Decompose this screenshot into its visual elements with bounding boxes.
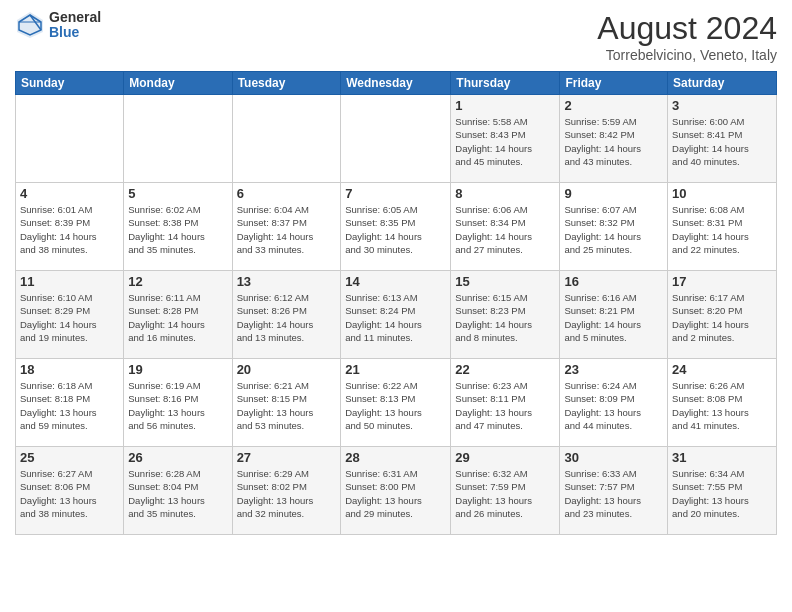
day-info: Sunrise: 6:32 AM Sunset: 7:59 PM Dayligh… — [455, 467, 555, 520]
calendar-cell: 12Sunrise: 6:11 AM Sunset: 8:28 PM Dayli… — [124, 271, 232, 359]
day-number: 30 — [564, 450, 663, 465]
page-header: General Blue August 2024 Torrebelvicino,… — [15, 10, 777, 63]
col-monday: Monday — [124, 72, 232, 95]
day-info: Sunrise: 6:08 AM Sunset: 8:31 PM Dayligh… — [672, 203, 772, 256]
day-number: 8 — [455, 186, 555, 201]
calendar-week-4: 25Sunrise: 6:27 AM Sunset: 8:06 PM Dayli… — [16, 447, 777, 535]
day-info: Sunrise: 6:01 AM Sunset: 8:39 PM Dayligh… — [20, 203, 119, 256]
day-info: Sunrise: 6:22 AM Sunset: 8:13 PM Dayligh… — [345, 379, 446, 432]
day-info: Sunrise: 6:27 AM Sunset: 8:06 PM Dayligh… — [20, 467, 119, 520]
calendar-cell: 25Sunrise: 6:27 AM Sunset: 8:06 PM Dayli… — [16, 447, 124, 535]
page-container: General Blue August 2024 Torrebelvicino,… — [0, 0, 792, 612]
day-info: Sunrise: 6:10 AM Sunset: 8:29 PM Dayligh… — [20, 291, 119, 344]
day-number: 25 — [20, 450, 119, 465]
calendar-cell — [232, 95, 341, 183]
calendar-cell: 21Sunrise: 6:22 AM Sunset: 8:13 PM Dayli… — [341, 359, 451, 447]
day-info: Sunrise: 6:00 AM Sunset: 8:41 PM Dayligh… — [672, 115, 772, 168]
day-info: Sunrise: 6:18 AM Sunset: 8:18 PM Dayligh… — [20, 379, 119, 432]
calendar-cell: 8Sunrise: 6:06 AM Sunset: 8:34 PM Daylig… — [451, 183, 560, 271]
day-info: Sunrise: 6:13 AM Sunset: 8:24 PM Dayligh… — [345, 291, 446, 344]
calendar-cell: 18Sunrise: 6:18 AM Sunset: 8:18 PM Dayli… — [16, 359, 124, 447]
col-wednesday: Wednesday — [341, 72, 451, 95]
day-info: Sunrise: 6:21 AM Sunset: 8:15 PM Dayligh… — [237, 379, 337, 432]
main-title: August 2024 — [597, 10, 777, 47]
calendar-header: Sunday Monday Tuesday Wednesday Thursday… — [16, 72, 777, 95]
logo: General Blue — [15, 10, 101, 41]
calendar-week-3: 18Sunrise: 6:18 AM Sunset: 8:18 PM Dayli… — [16, 359, 777, 447]
logo-blue: Blue — [49, 25, 101, 40]
day-info: Sunrise: 6:29 AM Sunset: 8:02 PM Dayligh… — [237, 467, 337, 520]
day-info: Sunrise: 6:06 AM Sunset: 8:34 PM Dayligh… — [455, 203, 555, 256]
calendar-cell: 17Sunrise: 6:17 AM Sunset: 8:20 PM Dayli… — [668, 271, 777, 359]
day-number: 15 — [455, 274, 555, 289]
col-tuesday: Tuesday — [232, 72, 341, 95]
calendar-cell: 20Sunrise: 6:21 AM Sunset: 8:15 PM Dayli… — [232, 359, 341, 447]
day-headers-row: Sunday Monday Tuesday Wednesday Thursday… — [16, 72, 777, 95]
day-info: Sunrise: 6:04 AM Sunset: 8:37 PM Dayligh… — [237, 203, 337, 256]
calendar-cell: 1Sunrise: 5:58 AM Sunset: 8:43 PM Daylig… — [451, 95, 560, 183]
calendar-cell — [124, 95, 232, 183]
day-info: Sunrise: 6:12 AM Sunset: 8:26 PM Dayligh… — [237, 291, 337, 344]
calendar-week-1: 4Sunrise: 6:01 AM Sunset: 8:39 PM Daylig… — [16, 183, 777, 271]
calendar-cell: 30Sunrise: 6:33 AM Sunset: 7:57 PM Dayli… — [560, 447, 668, 535]
day-number: 20 — [237, 362, 337, 377]
calendar-cell: 7Sunrise: 6:05 AM Sunset: 8:35 PM Daylig… — [341, 183, 451, 271]
day-info: Sunrise: 6:02 AM Sunset: 8:38 PM Dayligh… — [128, 203, 227, 256]
day-number: 22 — [455, 362, 555, 377]
calendar-cell: 9Sunrise: 6:07 AM Sunset: 8:32 PM Daylig… — [560, 183, 668, 271]
calendar-body: 1Sunrise: 5:58 AM Sunset: 8:43 PM Daylig… — [16, 95, 777, 535]
day-info: Sunrise: 6:16 AM Sunset: 8:21 PM Dayligh… — [564, 291, 663, 344]
day-number: 4 — [20, 186, 119, 201]
calendar-cell: 26Sunrise: 6:28 AM Sunset: 8:04 PM Dayli… — [124, 447, 232, 535]
calendar-cell: 23Sunrise: 6:24 AM Sunset: 8:09 PM Dayli… — [560, 359, 668, 447]
day-info: Sunrise: 6:26 AM Sunset: 8:08 PM Dayligh… — [672, 379, 772, 432]
calendar-cell: 4Sunrise: 6:01 AM Sunset: 8:39 PM Daylig… — [16, 183, 124, 271]
day-info: Sunrise: 6:11 AM Sunset: 8:28 PM Dayligh… — [128, 291, 227, 344]
calendar-table: Sunday Monday Tuesday Wednesday Thursday… — [15, 71, 777, 535]
col-saturday: Saturday — [668, 72, 777, 95]
day-number: 13 — [237, 274, 337, 289]
day-number: 9 — [564, 186, 663, 201]
day-info: Sunrise: 6:33 AM Sunset: 7:57 PM Dayligh… — [564, 467, 663, 520]
calendar-cell: 22Sunrise: 6:23 AM Sunset: 8:11 PM Dayli… — [451, 359, 560, 447]
calendar-cell — [341, 95, 451, 183]
day-number: 1 — [455, 98, 555, 113]
day-number: 12 — [128, 274, 227, 289]
day-number: 6 — [237, 186, 337, 201]
col-friday: Friday — [560, 72, 668, 95]
day-info: Sunrise: 6:34 AM Sunset: 7:55 PM Dayligh… — [672, 467, 772, 520]
calendar-cell: 27Sunrise: 6:29 AM Sunset: 8:02 PM Dayli… — [232, 447, 341, 535]
logo-icon — [15, 10, 45, 40]
day-number: 11 — [20, 274, 119, 289]
day-number: 3 — [672, 98, 772, 113]
calendar-cell: 13Sunrise: 6:12 AM Sunset: 8:26 PM Dayli… — [232, 271, 341, 359]
calendar-cell: 3Sunrise: 6:00 AM Sunset: 8:41 PM Daylig… — [668, 95, 777, 183]
col-thursday: Thursday — [451, 72, 560, 95]
calendar-week-2: 11Sunrise: 6:10 AM Sunset: 8:29 PM Dayli… — [16, 271, 777, 359]
day-number: 29 — [455, 450, 555, 465]
day-number: 27 — [237, 450, 337, 465]
logo-general: General — [49, 10, 101, 25]
calendar-cell: 15Sunrise: 6:15 AM Sunset: 8:23 PM Dayli… — [451, 271, 560, 359]
day-info: Sunrise: 6:19 AM Sunset: 8:16 PM Dayligh… — [128, 379, 227, 432]
day-number: 14 — [345, 274, 446, 289]
day-number: 28 — [345, 450, 446, 465]
day-number: 10 — [672, 186, 772, 201]
calendar-cell: 11Sunrise: 6:10 AM Sunset: 8:29 PM Dayli… — [16, 271, 124, 359]
day-number: 16 — [564, 274, 663, 289]
day-number: 26 — [128, 450, 227, 465]
logo-text: General Blue — [49, 10, 101, 41]
day-number: 21 — [345, 362, 446, 377]
col-sunday: Sunday — [16, 72, 124, 95]
calendar-cell: 16Sunrise: 6:16 AM Sunset: 8:21 PM Dayli… — [560, 271, 668, 359]
day-info: Sunrise: 6:28 AM Sunset: 8:04 PM Dayligh… — [128, 467, 227, 520]
day-number: 24 — [672, 362, 772, 377]
calendar-week-0: 1Sunrise: 5:58 AM Sunset: 8:43 PM Daylig… — [16, 95, 777, 183]
calendar-cell — [16, 95, 124, 183]
calendar-cell: 5Sunrise: 6:02 AM Sunset: 8:38 PM Daylig… — [124, 183, 232, 271]
day-info: Sunrise: 6:23 AM Sunset: 8:11 PM Dayligh… — [455, 379, 555, 432]
calendar-cell: 19Sunrise: 6:19 AM Sunset: 8:16 PM Dayli… — [124, 359, 232, 447]
day-info: Sunrise: 6:24 AM Sunset: 8:09 PM Dayligh… — [564, 379, 663, 432]
day-number: 23 — [564, 362, 663, 377]
calendar-cell: 10Sunrise: 6:08 AM Sunset: 8:31 PM Dayli… — [668, 183, 777, 271]
